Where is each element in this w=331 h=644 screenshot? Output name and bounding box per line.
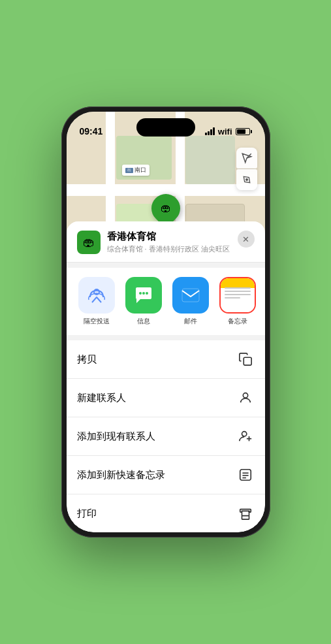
airdrop-label: 隔空投送 — [84, 317, 110, 326]
map-controls — [236, 148, 257, 190]
share-airdrop[interactable]: 隔空投送 — [77, 277, 116, 326]
share-messages[interactable]: 信息 — [124, 277, 163, 326]
svg-point-11 — [242, 432, 246, 436]
svg-point-2 — [245, 179, 247, 181]
wifi-icon: wifi — [218, 127, 232, 137]
svg-point-6 — [146, 292, 148, 295]
svg-rect-9 — [244, 357, 251, 365]
mail-label: 邮件 — [184, 317, 197, 326]
venue-info: 香港体育馆 综合体育馆 · 香港特别行政区 油尖旺区 — [107, 231, 231, 254]
mail-icon-wrap — [172, 277, 209, 314]
action-quick-note-text: 添加到新快速备忘录 — [77, 469, 165, 481]
svg-rect-7 — [182, 289, 199, 302]
messages-label: 信息 — [137, 317, 150, 326]
phone-frame: 09:41 wifi — [61, 106, 270, 538]
action-add-existing-text: 添加到现有联系人 — [77, 430, 155, 443]
new-contact-icon — [236, 389, 255, 407]
notes-line — [225, 294, 251, 295]
action-new-contact[interactable]: 新建联系人 — [67, 379, 265, 417]
dynamic-island — [136, 118, 195, 137]
venue-subtitle: 综合体育馆 · 香港特别行政区 油尖旺区 — [107, 244, 231, 254]
action-print[interactable]: 打印 — [67, 494, 265, 532]
status-icons: wifi — [205, 127, 252, 137]
venue-icon: 🏟 — [77, 231, 101, 254]
notes-label: 备忘录 — [228, 317, 247, 326]
map-block — [185, 136, 235, 184]
svg-point-19 — [249, 511, 249, 512]
map-type-button[interactable] — [236, 148, 257, 169]
venue-card: 🏟 香港体育馆 综合体育馆 · 香港特别行政区 油尖旺区 ✕ — [67, 221, 265, 263]
action-add-existing-contact[interactable]: 添加到现有联系人 — [67, 417, 265, 456]
notes-line — [225, 287, 251, 289]
bottom-sheet: 🏟 香港体育馆 综合体育馆 · 香港特别行政区 油尖旺区 ✕ — [67, 221, 265, 532]
quick-note-icon — [236, 466, 255, 484]
action-copy-text: 拷贝 — [77, 353, 97, 366]
messages-icon-wrap — [125, 277, 162, 314]
notes-line — [225, 297, 240, 298]
share-row: 隔空投送 信息 — [67, 268, 265, 335]
location-button[interactable] — [236, 169, 257, 190]
pin-venue-icon: 🏟 — [161, 202, 171, 214]
svg-point-10 — [243, 393, 247, 398]
action-new-contact-text: 新建联系人 — [77, 392, 126, 404]
signal-icon — [205, 127, 215, 135]
copy-icon — [236, 350, 255, 368]
action-copy[interactable]: 拷贝 — [67, 340, 265, 379]
share-mail[interactable]: 邮件 — [171, 277, 210, 326]
action-print-text: 打印 — [77, 507, 97, 520]
map-entrance-label: 出 南口 — [122, 165, 150, 176]
pin-inner: 🏟 — [157, 199, 175, 217]
svg-point-5 — [142, 292, 145, 295]
airdrop-icon-wrap — [78, 277, 115, 314]
close-button[interactable]: ✕ — [238, 231, 255, 248]
svg-point-4 — [139, 292, 142, 295]
battery-icon — [236, 128, 252, 135]
svg-rect-18 — [242, 516, 249, 520]
entrance-icon: 出 — [125, 168, 133, 173]
action-list: 拷贝 新建联系人 — [67, 340, 265, 532]
print-icon — [236, 504, 255, 523]
add-existing-contact-icon — [236, 427, 255, 445]
svg-rect-14 — [240, 470, 251, 481]
venue-name: 香港体育馆 — [107, 231, 231, 243]
status-time: 09:41 — [80, 126, 103, 137]
notes-icon-wrap — [219, 277, 256, 314]
notes-inner — [221, 278, 255, 312]
action-quick-note[interactable]: 添加到新快速备忘录 — [67, 456, 265, 494]
share-notes[interactable]: 备忘录 — [218, 277, 257, 326]
notes-line — [225, 291, 251, 292]
phone-screen: 09:41 wifi — [67, 112, 265, 532]
